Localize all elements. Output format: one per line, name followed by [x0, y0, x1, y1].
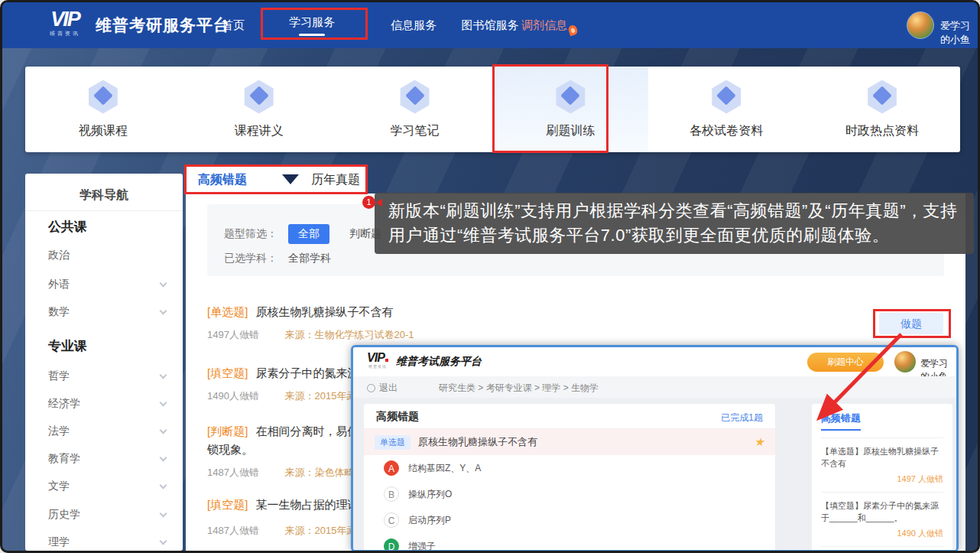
popup-card-header: 高频错题 已完成1题: [364, 404, 775, 429]
nav-label: 图书馆服务: [462, 18, 519, 33]
do-question-button[interactable]: 做题: [879, 313, 943, 334]
question-item-title-line2: 锁现象。: [207, 443, 253, 457]
exam-platform-popup: VIP 维普资讯 维普考试服务平台 刷题中心 爱学习的小鱼 退出 研究生类 > …: [351, 345, 959, 552]
service-school-papers[interactable]: 各校试卷资料: [648, 67, 804, 152]
lecture-notes-icon: [242, 80, 276, 114]
filter-all-button[interactable]: 全部: [288, 224, 329, 244]
current-affairs-icon: [865, 80, 899, 114]
annotation-caret: [376, 199, 382, 207]
filter-type-label: 题型筛选：: [224, 227, 277, 241]
service-current-affairs[interactable]: 时政热点资料: [804, 67, 960, 152]
vip-logo-subtext: 维普资讯: [41, 30, 89, 37]
exit-link[interactable]: 退出: [367, 382, 398, 395]
nav-label: 首页: [222, 18, 245, 33]
sidebar-item-philosophy[interactable]: 哲学: [48, 369, 170, 385]
school-papers-icon: [709, 80, 743, 114]
service-label: 课程讲义: [235, 123, 284, 139]
chevron-down-icon: [160, 372, 167, 379]
chevron-down-icon: [160, 538, 167, 545]
study-notes-icon: [398, 80, 432, 114]
favorite-star-icon[interactable]: [754, 435, 764, 449]
title-underline: [821, 429, 861, 431]
side-question-item[interactable]: 【单选题】下列关于朊病毒粒的组成部分的是 1488 人做错: [821, 546, 943, 552]
annotation-step-badge: 1: [362, 196, 375, 209]
practice-center-button[interactable]: 刷题中心: [807, 353, 884, 372]
popup-side-panel: 高频错题 【单选题】原核生物乳糖操纵子不含有 1497 人做错 【填空题】尿素分…: [812, 404, 952, 552]
tab-frequent-errors[interactable]: 高频错题: [198, 166, 247, 194]
divider: [25, 210, 183, 211]
breadcrumb: 研究生类 > 考研专业课 > 理学 > 生物学: [439, 382, 599, 395]
side-panel-title: 高频错题: [821, 411, 943, 425]
nav-item-study-services[interactable]: 学习服务: [287, 2, 337, 48]
question-type-tag: [填空题]: [207, 498, 248, 511]
option-b[interactable]: B 操纵序列O: [364, 481, 775, 507]
option-d[interactable]: D 增强子: [364, 533, 775, 552]
question-item-meta: 1497人做错 来源：生物化学练习试卷20-1: [207, 328, 414, 342]
option-letter-badge: D: [384, 538, 399, 552]
service-question-practice[interactable]: 刷题训练: [492, 67, 648, 152]
sidebar-item-science[interactable]: 理学: [48, 535, 170, 551]
wrong-count: 1487人做错: [207, 467, 259, 478]
nav-item-library-services[interactable]: 图书馆服务: [459, 2, 521, 48]
chevron-down-icon: [160, 454, 167, 462]
filter-subject-label: 已选学科：: [224, 252, 277, 265]
vip-logo-mark: VIP: [41, 8, 89, 30]
popup-card-title: 高频错题: [376, 410, 419, 424]
filter-subject-value: 全部学科: [288, 252, 331, 265]
sidebar-item-math[interactable]: 数学: [48, 305, 170, 320]
tab-past-papers[interactable]: 历年真题: [311, 166, 360, 194]
chevron-down-icon: [160, 280, 167, 288]
service-lecture-notes[interactable]: 课程讲义: [181, 67, 337, 152]
sidebar-item-education[interactable]: 教育学: [48, 452, 170, 467]
exit-icon: [367, 384, 375, 392]
sidebar-item-foreign-language[interactable]: 外语: [48, 278, 170, 293]
wrong-count: 1490人做错: [207, 390, 259, 402]
sidebar-item-economics[interactable]: 经济学: [48, 397, 170, 412]
completed-count-link[interactable]: 已完成1题: [721, 411, 763, 425]
chevron-down-icon: [160, 482, 167, 490]
question-type-tag: 单选题: [375, 435, 410, 450]
option-letter-badge: B: [384, 486, 399, 502]
question-item-title[interactable]: [单选题] 原核生物乳糖操纵子不含有: [207, 305, 394, 320]
service-study-notes[interactable]: 学习笔记: [337, 67, 493, 152]
option-a[interactable]: A 结构基因Z、Y、A: [364, 455, 775, 481]
service-label: 各校试卷资料: [690, 123, 763, 139]
wrong-count: 1490 人做错: [821, 528, 943, 539]
services-card: 视频课程 课程讲义 学习笔记 刷题训练 各校试卷资料 时政热点资料: [25, 67, 960, 152]
side-question-item[interactable]: 【填空题】尿素分子中的氮来源于______和______。 1490 人做错: [821, 492, 943, 539]
sidebar-title: 学科导航: [25, 187, 183, 203]
sidebar-item-politics[interactable]: 政治: [48, 249, 170, 264]
option-c[interactable]: C 启动序列P: [364, 507, 775, 533]
wrong-count: 1487人做错: [207, 525, 259, 536]
question-type-tag: [单选题]: [207, 305, 248, 318]
wrong-count: 1497人做错: [207, 329, 259, 340]
chevron-down-icon: [160, 307, 167, 315]
nav-item-home[interactable]: 首页: [216, 2, 250, 48]
sidebar-item-law[interactable]: 法学: [48, 425, 170, 440]
service-label: 视频课程: [79, 123, 128, 139]
vip-logo[interactable]: VIP 维普资讯: [41, 8, 89, 37]
user-avatar[interactable]: [907, 11, 934, 39]
username[interactable]: 爱学习的小鱼: [940, 19, 978, 47]
subject-sidebar: 学科导航 公共课 政治 外语 数学 专业课 哲学 经济学 法学 教育学 文学 历…: [25, 174, 183, 551]
popup-brand-title: 维普考试服务平台: [396, 355, 482, 369]
active-nav-underline: [299, 34, 325, 36]
popup-user-avatar[interactable]: [894, 351, 916, 372]
filter-type-row: 题型筛选： 全部 判断题: [224, 224, 381, 244]
side-question-item[interactable]: 【单选题】原核生物乳糖操纵子不含有 1497 人做错: [821, 438, 943, 485]
popup-header: VIP 维普资讯 维普考试服务平台 刷题中心 爱学习的小鱼: [353, 347, 956, 376]
service-video-courses[interactable]: 视频课程: [25, 67, 181, 152]
nav-item-info-services[interactable]: 信息服务: [388, 2, 439, 48]
tab-notch-triangle: [282, 174, 299, 184]
sidebar-item-literature[interactable]: 文学: [48, 480, 170, 495]
brand-title: 维普考研服务平台: [96, 15, 230, 36]
popup-vip-logo: VIP 维普资讯: [364, 352, 391, 369]
vip-logo-mark: VIP: [364, 352, 391, 364]
popup-breadcrumb-bar: 退出 研究生类 > 考研专业课 > 理学 > 生物学: [353, 376, 956, 398]
nav-label: 调剂信息: [521, 18, 567, 31]
service-label: 学习笔记: [391, 123, 440, 139]
option-letter-badge: C: [384, 512, 399, 528]
sidebar-item-history[interactable]: 历史学: [48, 508, 170, 523]
wrong-count: 1497 人做错: [821, 473, 943, 485]
nav-item-transfer-info[interactable]: 调剂信息: [519, 2, 570, 48]
